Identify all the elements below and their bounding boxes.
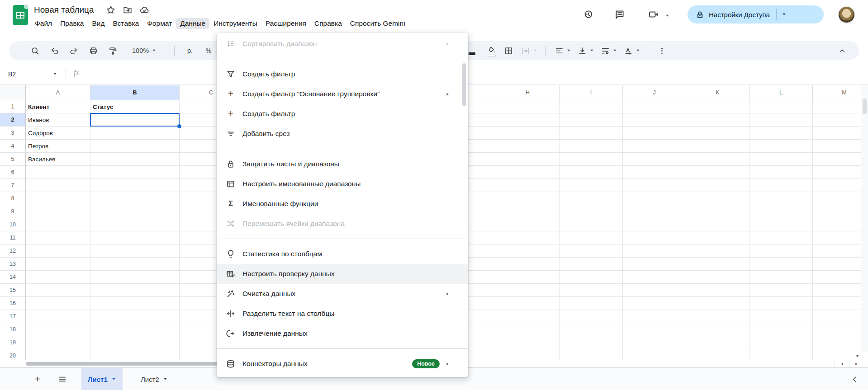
menu-item-извлечение-данных[interactable]: Извлечение данных (217, 324, 468, 343)
cell-B11[interactable] (90, 231, 180, 244)
text-color-icon[interactable] (469, 52, 475, 55)
more-options-icon[interactable] (655, 44, 668, 57)
cell-H1[interactable] (496, 100, 560, 113)
cell-J3[interactable] (623, 127, 686, 140)
cell-I4[interactable] (560, 140, 623, 153)
cell-H19[interactable] (496, 336, 560, 349)
menu-item-добавить-срез[interactable]: Добавить срез (217, 124, 468, 144)
cell-H4[interactable] (496, 140, 560, 153)
cell-H14[interactable] (496, 271, 560, 284)
cell-L10[interactable] (749, 218, 813, 231)
cell-L14[interactable] (749, 271, 813, 284)
row-header-17[interactable]: 17 (0, 310, 26, 323)
cell-B12[interactable] (90, 244, 180, 258)
cell-H16[interactable] (496, 297, 560, 310)
cloud-status-icon[interactable] (139, 5, 150, 15)
cell-H10[interactable] (496, 218, 560, 231)
menu-item-защитить-листы-и-диапазоны[interactable]: Защитить листы и диапазоны (217, 154, 468, 174)
menu-item-очистка-данных[interactable]: Очистка данных (217, 284, 468, 304)
cell-A9[interactable] (26, 205, 90, 218)
cell-L15[interactable] (749, 284, 813, 297)
column-header-A[interactable]: A (26, 85, 90, 100)
cell-B18[interactable] (90, 323, 180, 336)
hide-toolbar-button[interactable] (836, 44, 849, 57)
cell-A13[interactable] (26, 258, 90, 271)
print-icon[interactable] (87, 44, 100, 57)
cell-K5[interactable] (686, 153, 749, 166)
add-sheet-button[interactable]: + (31, 373, 44, 385)
vertical-scrollbar[interactable] (861, 85, 868, 360)
row-header-5[interactable]: 5 (0, 153, 26, 166)
cell-K17[interactable] (686, 310, 749, 323)
cell-K12[interactable] (686, 244, 749, 258)
cell-K10[interactable] (686, 218, 749, 231)
cell-I3[interactable] (560, 127, 623, 140)
cell-J2[interactable] (623, 113, 686, 127)
cell-M3[interactable] (813, 127, 868, 140)
cell-I16[interactable] (560, 297, 623, 310)
row-header-14[interactable]: 14 (0, 271, 26, 284)
row-header-15[interactable]: 15 (0, 284, 26, 297)
cell-L12[interactable] (749, 244, 813, 258)
scroll-right-icon[interactable]: ▸ (849, 360, 863, 367)
column-header-B[interactable]: B (90, 85, 180, 100)
menu-item-коннекторы-данных[interactable]: Коннекторы данныхНовое (217, 354, 468, 374)
menubar-item-спросить-gemini[interactable]: Спросить Gemini (346, 18, 409, 29)
avatar[interactable] (838, 6, 855, 23)
menu-item-создать-фильтр-основание-группировки[interactable]: +Создать фильтр "Основание группировки" (217, 84, 468, 104)
cell-J13[interactable] (623, 258, 686, 271)
cell-L4[interactable] (749, 140, 813, 153)
cell-L17[interactable] (749, 310, 813, 323)
cell-J5[interactable] (623, 153, 686, 166)
move-folder-icon[interactable] (123, 5, 133, 15)
menubar-item-правка[interactable]: Правка (56, 18, 88, 29)
cell-I18[interactable] (560, 323, 623, 336)
cell-H12[interactable] (496, 244, 560, 258)
menu-item-настроить-именованные-диапазоны[interactable]: Настроить именованные диапазоны (217, 174, 468, 194)
row-header-8[interactable]: 8 (0, 192, 26, 205)
cell-H15[interactable] (496, 284, 560, 297)
column-header-J[interactable]: J (623, 85, 686, 100)
all-sheets-icon[interactable] (56, 373, 69, 385)
history-icon[interactable] (582, 8, 594, 21)
cell-K4[interactable] (686, 140, 749, 153)
cell-B5[interactable] (90, 153, 180, 166)
cell-B6[interactable] (90, 166, 180, 179)
cell-M10[interactable] (813, 218, 868, 231)
cell-K11[interactable] (686, 231, 749, 244)
cell-K1[interactable] (686, 100, 749, 113)
cell-A10[interactable] (26, 218, 90, 231)
sheet-tab-caret-icon[interactable] (163, 376, 168, 382)
show-side-panel-icon[interactable] (849, 373, 861, 385)
menu-item-статистика-по-столбцам[interactable]: Статистика по столбцам (217, 244, 468, 264)
column-header-K[interactable]: K (686, 85, 749, 100)
cell-M11[interactable] (813, 231, 868, 244)
cell-L3[interactable] (749, 127, 813, 140)
cell-I14[interactable] (560, 271, 623, 284)
cell-K15[interactable] (686, 284, 749, 297)
cell-K14[interactable] (686, 271, 749, 284)
cell-A14[interactable] (26, 271, 90, 284)
scrollbar-menu-button[interactable]: ▾ (847, 352, 868, 360)
cell-K3[interactable] (686, 127, 749, 140)
cell-M8[interactable] (813, 192, 868, 205)
cell-I9[interactable] (560, 205, 623, 218)
row-header-1[interactable]: 1 (0, 100, 26, 113)
cell-J7[interactable] (623, 179, 686, 192)
cell-I12[interactable] (560, 244, 623, 258)
cell-B2[interactable] (90, 113, 180, 127)
cell-M6[interactable] (813, 166, 868, 179)
menubar-item-инструменты[interactable]: Инструменты (209, 18, 261, 29)
cell-A6[interactable] (26, 166, 90, 179)
cell-J1[interactable] (623, 100, 686, 113)
cell-J19[interactable] (623, 336, 686, 349)
cell-K6[interactable] (686, 166, 749, 179)
cell-L13[interactable] (749, 258, 813, 271)
redo-icon[interactable] (67, 44, 80, 57)
share-caret-icon[interactable] (782, 10, 787, 19)
column-header-I[interactable]: I (560, 85, 623, 100)
cell-K18[interactable] (686, 323, 749, 336)
text-rotation-button[interactable] (622, 44, 640, 57)
column-header-L[interactable]: L (749, 85, 813, 100)
fill-color-button[interactable] (485, 44, 498, 57)
